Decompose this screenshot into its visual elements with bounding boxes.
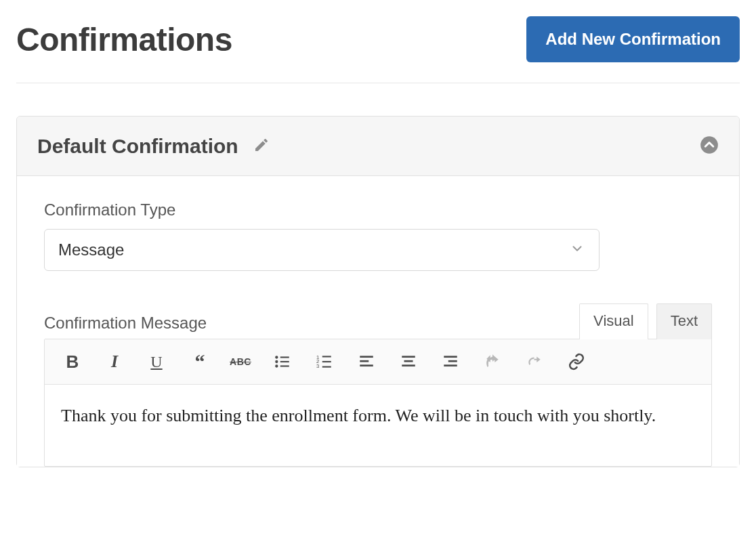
align-left-icon [358,353,375,371]
confirmation-type-select-wrap: Message [44,229,600,271]
tab-visual[interactable]: Visual [579,303,648,339]
svg-rect-8 [322,356,331,357]
link-icon [568,353,585,371]
svg-rect-4 [280,361,289,362]
page-header: Confirmations Add New Confirmation [16,16,740,62]
confirmation-panel: Default Confirmation Confirmation Type M… [16,116,740,467]
svg-rect-19 [444,356,457,358]
pencil-icon [253,137,270,155]
align-right-button[interactable] [439,350,462,373]
svg-rect-21 [444,364,457,366]
svg-rect-20 [448,360,457,362]
bold-button[interactable]: B [61,350,84,373]
tab-text[interactable]: Text [656,303,712,339]
chevron-up-circle-icon [700,135,719,156]
redo-icon [526,353,543,371]
collapse-panel-button[interactable] [700,135,719,156]
confirmation-type-label: Confirmation Type [44,200,712,219]
blockquote-button[interactable]: “ [187,350,210,373]
message-content-editor[interactable]: Thank you for submitting the enrollment … [45,385,711,466]
add-new-confirmation-button[interactable]: Add New Confirmation [526,16,740,62]
editor-mode-tabs: Visual Text [579,303,712,339]
header-divider [16,83,740,83]
svg-point-1 [275,356,278,358]
svg-rect-18 [402,364,415,366]
undo-button[interactable] [481,350,504,373]
align-center-icon [400,353,417,371]
svg-point-3 [275,360,278,363]
insert-link-button[interactable] [565,350,588,373]
svg-point-5 [275,364,278,367]
redo-button[interactable] [523,350,546,373]
panel-title: Default Confirmation [37,135,238,158]
panel-body: Confirmation Type Message Confirmation M… [17,176,739,467]
align-center-button[interactable] [397,350,420,373]
svg-rect-6 [280,365,289,366]
page-title: Confirmations [16,21,232,58]
panel-header: Default Confirmation [17,117,739,176]
align-left-button[interactable] [355,350,378,373]
svg-rect-10 [322,361,331,362]
italic-button[interactable]: I [103,350,126,373]
numbered-list-button[interactable]: 123 [313,350,336,373]
underline-button[interactable]: U [145,350,168,373]
svg-rect-14 [360,360,369,362]
svg-rect-13 [360,356,373,358]
rename-confirmation-button[interactable] [251,134,272,158]
strikethrough-button[interactable]: ABC [229,350,252,373]
svg-text:3: 3 [316,363,319,369]
svg-point-0 [700,136,718,154]
confirmation-message-label: Confirmation Message [44,314,207,333]
quote-icon: “ [195,350,203,373]
svg-rect-15 [360,364,373,366]
svg-rect-16 [402,356,415,358]
confirmation-type-select[interactable]: Message [44,229,600,271]
editor-toolbar: B I U “ ABC 123 [45,339,711,385]
svg-rect-2 [280,356,289,358]
svg-rect-17 [404,360,413,362]
numbered-list-icon: 123 [316,353,333,371]
svg-rect-12 [322,366,331,368]
undo-icon [484,353,501,371]
rich-text-editor: B I U “ ABC 123 [44,339,712,467]
bullet-list-icon [274,353,291,371]
align-right-icon [442,353,459,371]
bullet-list-button[interactable] [271,350,294,373]
